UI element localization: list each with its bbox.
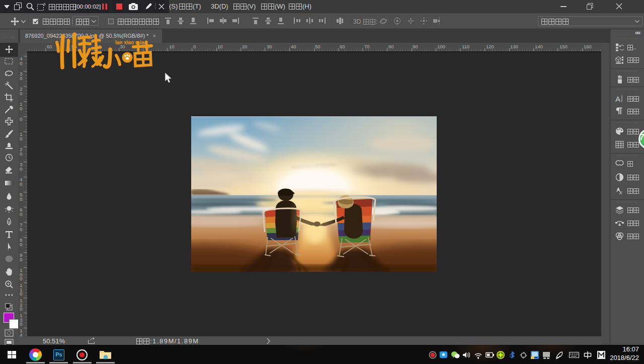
svg-text:lan xiao miao: lan xiao miao (115, 40, 147, 45)
svg-text:A: A (615, 95, 620, 103)
svg-text:x: x (619, 189, 622, 195)
